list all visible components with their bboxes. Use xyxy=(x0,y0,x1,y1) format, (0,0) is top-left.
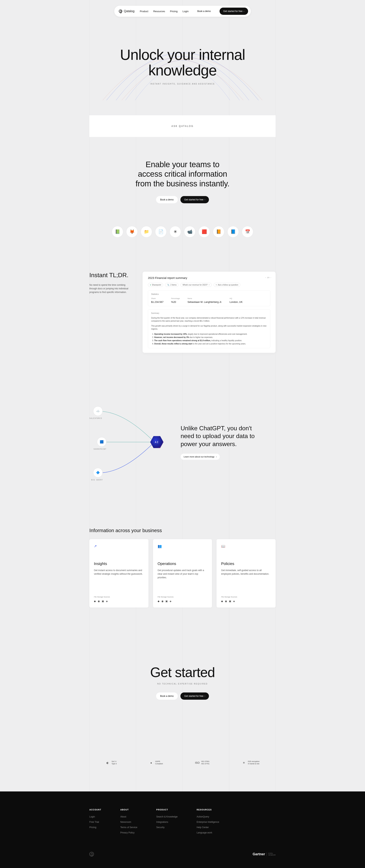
card-title: Operations xyxy=(158,562,207,566)
gartner-badge: Gartner COOLVENDOR xyxy=(253,852,276,856)
nav-resources[interactable]: Resources xyxy=(153,10,165,13)
card-body: Get immediate, self-guided access to all… xyxy=(221,568,271,588)
get-started-button-2[interactable]: Get started for free› xyxy=(180,196,209,203)
report-title: 2023 Financial report summary xyxy=(148,276,270,279)
footer-link[interactable]: Pricing xyxy=(89,826,101,829)
card-source-icons: ◆◉▣◈ xyxy=(221,600,271,602)
logo-icon xyxy=(119,9,122,13)
book-demo-button-2[interactable]: Book a demo xyxy=(156,196,178,203)
integration-icon[interactable]: ✳ xyxy=(170,226,181,238)
nav-pricing[interactable]: Pricing xyxy=(170,10,177,13)
unlike-heading: Unlike ChatGPT, you don't need to upload… xyxy=(180,425,257,448)
footer-heading: Account xyxy=(89,809,101,811)
card-sources-label: File Storage Sources xyxy=(158,596,207,598)
stat: Percentage%20 xyxy=(171,298,180,303)
footer-link[interactable]: ActionQuery xyxy=(197,815,219,818)
enable-heading: Enable your teams to access critical inf… xyxy=(89,160,276,188)
nav-product[interactable]: Product xyxy=(140,10,148,13)
logo[interactable]: Qatalog xyxy=(119,9,134,13)
stats-box: Statistics Share$1.234.567Percentage%20N… xyxy=(148,290,270,306)
footer-column: ProductSearch & KnowledgeIntegrationsSec… xyxy=(156,809,177,837)
card-icon: 📖 xyxy=(221,544,271,548)
info-card[interactable]: 👥OperationsGet procedural updates and tr… xyxy=(153,539,212,608)
footer-link[interactable]: Help Center xyxy=(197,826,219,829)
source-pill[interactable]: Sharepoint xyxy=(148,283,163,287)
integration-icons: 📗🦊📁📄✳📹🟥📙📘📅 xyxy=(89,215,276,264)
chevron-right-icon: › xyxy=(204,695,205,697)
card-title: Insights xyxy=(94,562,144,566)
getstarted-sub: No technical expertise required xyxy=(89,683,276,685)
nav-login[interactable]: Login xyxy=(182,10,189,13)
getstarted-heading: Get started xyxy=(89,664,276,680)
data-graph: ☁️ SALESFORCE 🟦 SHAREPOINT 🔷 BIG QUERY A… xyxy=(89,402,165,482)
footer-link[interactable]: Free Trial xyxy=(89,821,101,824)
trust-badge: ISOISO 27001ISO 27701 xyxy=(195,761,209,765)
chevron-right-icon: › xyxy=(216,456,217,458)
ask-qatalog-box[interactable]: ASK QATALOG xyxy=(89,115,276,137)
bigquery-node: 🔷 xyxy=(93,468,103,477)
info-title: Information across your business xyxy=(89,528,276,539)
footer-column: AccountLoginFree TrialPricing xyxy=(89,809,101,837)
enable-section: Enable your teams to access critical inf… xyxy=(89,137,276,215)
learn-more-button[interactable]: Learn more about our technology› xyxy=(180,454,220,460)
integration-icon[interactable]: 📘 xyxy=(227,226,239,238)
integration-icon[interactable]: 📙 xyxy=(213,226,224,238)
footer-link[interactable]: Integrations xyxy=(156,821,177,824)
footer-link[interactable]: Language.work xyxy=(197,831,219,834)
followup-pill[interactable]: + Ask a follow up question xyxy=(214,283,241,287)
footer-logo-icon[interactable] xyxy=(89,852,94,857)
integration-icon[interactable]: 🦊 xyxy=(126,226,138,238)
chevron-right-icon: › xyxy=(244,10,244,12)
info-card[interactable]: 📖PoliciesGet immediate, self-guided acce… xyxy=(217,539,276,608)
info-card[interactable]: ↗InsightsGet instant access to document … xyxy=(89,539,148,608)
stat: Share$1.234.567 xyxy=(151,298,164,303)
get-started-button-3[interactable]: Get started for free› xyxy=(180,692,209,700)
footer-link[interactable]: Enterprise Intelligence xyxy=(197,821,219,824)
footer-link[interactable]: Security xyxy=(156,826,177,829)
footer-heading: Resources xyxy=(197,809,219,811)
items-pill[interactable]: 📎 2 items xyxy=(165,283,178,287)
footer-link[interactable]: Login xyxy=(89,815,101,818)
brand-name: Qatalog xyxy=(124,9,134,13)
footer-column: AboutAboutNewsroomTerms of ServicePrivac… xyxy=(120,809,137,837)
report-pager[interactable]: 1/4 xyxy=(265,277,271,279)
card-source-icons: ◆◉▣◈ xyxy=(158,600,207,602)
footer: AccountLoginFree TrialPricingAboutAboutN… xyxy=(0,792,365,868)
card-source-icons: ◆◉▣◈ xyxy=(94,600,144,602)
integration-icon[interactable]: 📹 xyxy=(184,226,195,238)
ai-node: AI xyxy=(150,435,164,449)
footer-column: ResourcesActionQueryEnterprise Intellige… xyxy=(197,809,219,837)
trust-badge: ◐SoC IIType II xyxy=(106,761,117,765)
sharepoint-node: 🟦 xyxy=(97,437,107,446)
footer-heading: About xyxy=(120,809,137,811)
footer-link[interactable]: Newsroom xyxy=(120,821,137,824)
query-pill[interactable]: What's our revenue for 2023? × xyxy=(180,283,212,287)
footer-link[interactable]: Privacy Policy xyxy=(120,831,137,834)
stat: HQLondon, UK xyxy=(230,298,243,303)
card-body: Get instant access to document summaries… xyxy=(94,568,144,588)
hero-title: Unlock your internalknowledge xyxy=(89,47,276,78)
footer-link[interactable]: About xyxy=(120,815,137,818)
trust-badge: ●GDPRCompliant xyxy=(149,761,163,765)
integration-icon[interactable]: 🟥 xyxy=(198,226,210,238)
integration-icon[interactable]: 📅 xyxy=(242,226,253,238)
report-card: 2023 Financial report summary 1/4 Sharep… xyxy=(143,272,276,353)
get-started-button[interactable]: Get started for free › xyxy=(220,8,248,15)
trust-badge: ✳E2E encryptionin transit & rest xyxy=(242,761,259,765)
cta-label: Get started for free xyxy=(223,10,243,12)
book-demo-button[interactable]: Book a demo xyxy=(194,8,214,14)
integration-icon[interactable]: 📁 xyxy=(141,226,152,238)
footer-link[interactable]: Search & Knowledge xyxy=(156,815,177,818)
hero: Unlock your internalknowledge Instant in… xyxy=(89,17,276,100)
card-icon: ↗ xyxy=(94,544,144,548)
navbar: Qatalog Product Resources Pricing Login … xyxy=(114,6,251,17)
footer-heading: Product xyxy=(156,809,177,811)
footer-link[interactable]: Terms of Service xyxy=(120,826,137,829)
stat: NameSebastiaan M. Langhterberg Jr. xyxy=(188,298,222,303)
book-demo-button-3[interactable]: Book a demo xyxy=(156,692,178,700)
integration-icon[interactable]: 📗 xyxy=(112,226,123,238)
tldr-title: Instant TL;DR. xyxy=(89,272,131,279)
chevron-right-icon: › xyxy=(204,198,205,200)
card-body: Get procedural updates and track goals w… xyxy=(158,568,207,588)
integration-icon[interactable]: 📄 xyxy=(155,226,167,238)
